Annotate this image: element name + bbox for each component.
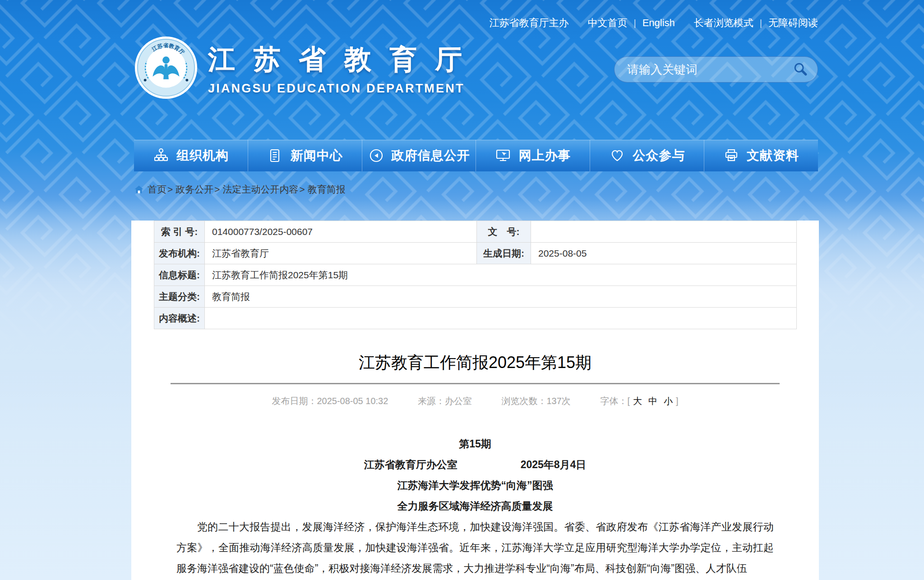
publishing-agency-label: 发布机构: — [154, 243, 205, 264]
topbar-separator: | — [633, 18, 636, 28]
breadcrumb-separator: > — [167, 184, 173, 195]
table-row: 索 引 号: 014000773/2025-00607 文 号: — [154, 221, 797, 243]
nav-item-gov-info-disclosure[interactable]: 政府信息公开 — [362, 140, 476, 171]
issuing-office: 江苏省教育厅办公室 — [364, 459, 457, 470]
nav-item-online-services[interactable]: 网上办事 — [476, 140, 590, 171]
news-document-icon — [267, 147, 283, 164]
issue-number: 第15期 — [176, 433, 774, 454]
site-title: 江 苏 省 教 育 厅 — [208, 41, 467, 78]
search-icon[interactable] — [793, 62, 808, 77]
nav-label: 网上办事 — [518, 147, 571, 164]
title-divider — [171, 383, 780, 384]
font-size-small-button[interactable]: 小 — [664, 396, 673, 406]
font-size-medium-button[interactable]: 中 — [648, 396, 657, 406]
topic-category-value: 教育简报 — [205, 286, 797, 308]
sitemap-icon — [153, 147, 169, 164]
breadcrumb-separator: > — [300, 184, 305, 195]
index-number-label: 索 引 号: — [154, 221, 205, 243]
table-row: 主题分类: 教育简报 — [154, 286, 797, 308]
emblem-icon: 江苏省教育厅 — [134, 36, 198, 101]
printer-archive-icon — [723, 147, 739, 164]
heart-icon — [609, 147, 625, 164]
doc-number-label: 文 号: — [477, 221, 531, 243]
topic-category-label: 主题分类: — [154, 286, 205, 308]
logo-text: 江 苏 省 教 育 厅 JIANGSU EDUCATION DEPARTMENT — [208, 41, 467, 96]
link-chinese-home[interactable]: 中文首页 — [587, 16, 627, 30]
main-nav: 组织机构 新闻中心 政府信息公开 — [134, 140, 818, 171]
link-accessible-reading[interactable]: 无障碍阅读 — [768, 16, 818, 30]
nav-label: 组织机构 — [176, 147, 229, 164]
topbar-separator: | — [760, 18, 762, 28]
issue-date: 2025年8月4日 — [521, 459, 587, 470]
content-summary-label: 内容概述: — [154, 308, 205, 329]
link-english[interactable]: English — [642, 17, 675, 29]
breadcrumb-home[interactable]: 首页 — [148, 183, 166, 196]
breadcrumb-statutory-disclosure[interactable]: 法定主动公开内容 — [223, 183, 299, 196]
nav-label: 文献资料 — [747, 147, 799, 164]
site-subtitle: JIANGSU EDUCATION DEPARTMENT — [208, 82, 467, 96]
site-search — [614, 56, 818, 83]
font-size-large-button[interactable]: 大 — [633, 396, 642, 406]
bracket-close: ] — [676, 396, 679, 406]
bracket-open: [ — [627, 396, 630, 406]
font-size-control: 字体：[大中小] — [600, 396, 678, 406]
breadcrumb-gov-affairs[interactable]: 政务公开 — [176, 183, 213, 196]
document-info-table: 索 引 号: 014000773/2025-00607 文 号: 发布机构: 江… — [154, 221, 797, 329]
generated-date-label: 生成日期: — [477, 243, 531, 264]
index-number-value: 014000773/2025-00607 — [205, 221, 477, 243]
nav-item-news[interactable]: 新闻中心 — [248, 140, 362, 171]
publishing-agency-value: 江苏省教育厅 — [205, 243, 477, 264]
info-title-value: 江苏教育工作简报2025年第15期 — [205, 264, 797, 286]
monitor-cursor-icon — [495, 147, 511, 164]
link-elder-mode[interactable]: 长者浏览模式 — [694, 16, 753, 30]
link-site-host[interactable]: 江苏省教育厅主办 — [489, 16, 568, 30]
site-header: 江苏省教育厅 — [134, 34, 818, 103]
table-row: 信息标题: 江苏教育工作简报2025年第15期 — [154, 264, 797, 286]
disclosure-circle-icon — [368, 147, 384, 164]
article-body: 第15期 江苏省教育厅办公室2025年8月4日 江苏海洋大学发挥优势“向海”图强… — [131, 433, 819, 579]
site-logo[interactable]: 江苏省教育厅 — [134, 36, 467, 101]
content-summary-value — [205, 308, 797, 329]
search-input[interactable] — [614, 56, 818, 83]
generated-date-value: 2025-08-05 — [531, 243, 797, 264]
top-links-bar: 江苏省教育厅主办 中文首页 | English 长者浏览模式 | 无障碍阅读 — [134, 0, 818, 30]
table-row: 发布机构: 江苏省教育厅 生成日期: 2025-08-05 — [154, 243, 797, 264]
article-heading-1: 江苏海洋大学发挥优势“向海”图强 — [176, 475, 774, 496]
info-title-label: 信息标题: — [154, 264, 205, 286]
nav-item-public-participation[interactable]: 公众参与 — [590, 140, 704, 171]
breadcrumb-education-bulletin: 教育简报 — [308, 183, 346, 196]
table-row: 内容概述: — [154, 308, 797, 329]
nav-item-organization[interactable]: 组织机构 — [134, 140, 248, 171]
nav-label: 政府信息公开 — [392, 147, 470, 164]
home-icon — [134, 184, 144, 194]
publish-date: 发布日期：2025-08-05 10:32 — [272, 396, 388, 406]
breadcrumb: 首页 > 政务公开 > 法定主动公开内容 > 教育简报 — [134, 183, 818, 196]
nav-label: 公众参与 — [633, 147, 685, 164]
office-date-line: 江苏省教育厅办公室2025年8月4日 — [176, 454, 774, 475]
breadcrumb-separator: > — [214, 184, 220, 195]
doc-number-value — [531, 221, 797, 243]
article-heading-2: 全力服务区域海洋经济高质量发展 — [176, 496, 774, 516]
article-meta: 发布日期：2025-08-05 10:32 来源：办公室 浏览次数：137次 字… — [131, 395, 819, 407]
nav-item-documents[interactable]: 文献资料 — [704, 140, 818, 171]
nav-label: 新闻中心 — [291, 147, 343, 164]
page-title: 江苏教育工作简报2025年第15期 — [131, 352, 819, 374]
view-count: 浏览次数：137次 — [501, 396, 570, 406]
article-paragraph: 党的二十大报告提出，发展海洋经济，保护海洋生态环境，加快建设海洋强国。省委、省政… — [176, 516, 774, 579]
source: 来源：办公室 — [418, 396, 472, 406]
content-panel: 索 引 号: 014000773/2025-00607 文 号: 发布机构: 江… — [131, 221, 819, 580]
